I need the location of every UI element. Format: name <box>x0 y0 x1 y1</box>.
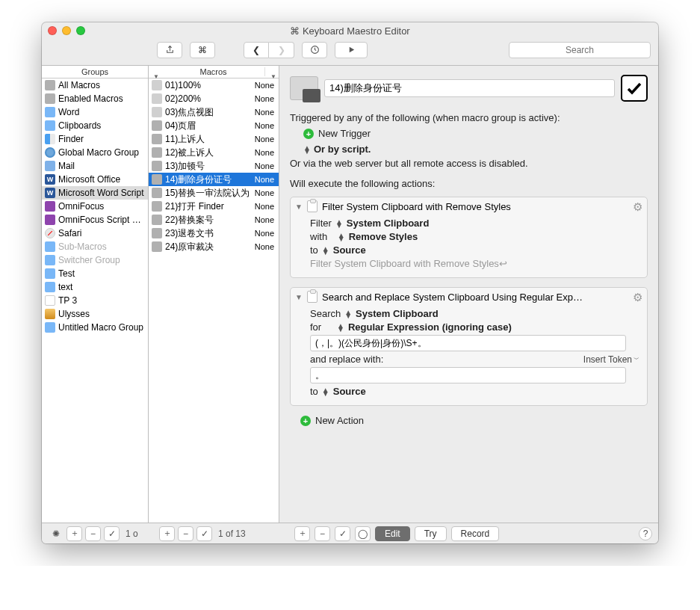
macro-label: 02)200% <box>165 93 252 104</box>
filter-target-stepper[interactable]: ▲▼ <box>335 220 343 227</box>
macro-item[interactable]: 12)被上诉人None <box>149 146 279 159</box>
mail-icon <box>45 161 55 171</box>
group-item[interactable]: All Macros <box>42 78 148 92</box>
insert-token-button[interactable]: Insert Token﹀ <box>583 354 639 365</box>
group-item[interactable]: Test <box>42 267 148 280</box>
macro-trigger: None <box>255 188 276 197</box>
macros-list[interactable]: 01)100%None02)200%None03)焦点视图None04)页眉No… <box>149 78 279 523</box>
group-item[interactable]: Mail <box>42 159 148 173</box>
group-item[interactable]: Microsoft Office <box>42 173 148 186</box>
groups-header[interactable]: Groups <box>42 67 148 76</box>
action-try-button[interactable]: ◯ <box>355 526 371 541</box>
group-item[interactable]: Word <box>42 105 148 119</box>
to2-value-stepper[interactable]: ▲▼ <box>322 388 329 395</box>
with-value[interactable]: Remove Styles <box>349 231 418 242</box>
main-body: Groups All MacrosEnabled MacrosWordClipb… <box>42 66 658 523</box>
add-action-label[interactable]: New Action <box>315 415 364 426</box>
with-value-stepper[interactable]: ▲▼ <box>338 233 345 241</box>
macro-item[interactable]: 03)焦点视图None <box>149 105 279 119</box>
close-window-button[interactable] <box>48 26 57 35</box>
add-trigger-icon[interactable]: + <box>303 129 314 139</box>
search-target-stepper[interactable]: ▲▼ <box>344 310 352 318</box>
share-button[interactable] <box>157 42 182 58</box>
groups-gear-button[interactable]: ✺ <box>48 526 64 541</box>
macros-header[interactable]: Macros <box>162 67 265 76</box>
search-field[interactable] <box>509 42 651 58</box>
script-stepper-icon[interactable]: ▲▼ <box>303 146 311 153</box>
macro-name-field[interactable] <box>324 79 615 97</box>
action-add-button[interactable]: ＋ <box>294 526 310 541</box>
group-item[interactable]: TP 3 <box>42 294 148 307</box>
group-item[interactable]: Switcher Group <box>42 253 148 267</box>
disclosure-icon[interactable]: ▼ <box>295 203 303 211</box>
group-item[interactable]: Enabled Macros <box>42 92 148 105</box>
search-target[interactable]: System Clipboard <box>356 308 439 319</box>
groups-list[interactable]: All MacrosEnabled MacrosWordClipboardsFi… <box>42 78 148 523</box>
group-label: Test <box>58 268 145 279</box>
macro-item[interactable]: 23)退卷文书None <box>149 227 279 240</box>
record-button[interactable]: Record <box>451 526 500 541</box>
macro-icon[interactable] <box>290 76 318 100</box>
regex-field[interactable] <box>310 335 626 351</box>
macro-enabled-checkbox[interactable] <box>621 75 648 102</box>
macro-item[interactable]: 24)原审裁决None <box>149 240 279 253</box>
groups-add-button[interactable]: ＋ <box>66 526 82 541</box>
action-filter-clipboard[interactable]: ⚙ ▼ Filter System Clipboard with Remove … <box>290 197 648 278</box>
replace-field[interactable] <box>310 367 626 383</box>
help-button[interactable]: ? <box>639 527 652 540</box>
group-item[interactable]: Finder <box>42 132 148 146</box>
add-action-icon[interactable]: + <box>300 416 311 426</box>
recent-button[interactable] <box>302 42 327 58</box>
zoom-window-button[interactable] <box>76 26 85 35</box>
groups-remove-button[interactable]: − <box>85 526 101 541</box>
macro-item[interactable]: 14)删除身份证号None <box>149 173 279 186</box>
macro-item[interactable]: 21)打开 FinderNone <box>149 200 279 213</box>
to2-value[interactable]: Source <box>333 386 366 397</box>
disclosure-icon[interactable]: ▼ <box>295 293 303 301</box>
run-button[interactable] <box>335 42 368 58</box>
action-search-replace[interactable]: ⚙ ▼ Search and Replace System Clipboard … <box>290 287 648 406</box>
filter-target[interactable]: System Clipboard <box>347 218 430 229</box>
groups-enable-button[interactable]: ✓ <box>104 526 120 541</box>
group-item[interactable]: OmniFocus Script Pa… <box>42 213 148 227</box>
group-item[interactable]: Ulysses <box>42 307 148 321</box>
macros-enable-button[interactable]: ✓ <box>196 526 212 541</box>
forward-button[interactable]: ❯ <box>269 42 294 58</box>
for-mode-stepper[interactable]: ▲▼ <box>337 324 344 331</box>
action-gear-icon[interactable]: ⚙ <box>633 291 642 304</box>
to-value[interactable]: Source <box>333 244 366 256</box>
for-mode[interactable]: Regular Expression (ignoring case) <box>348 321 512 333</box>
macro-item[interactable]: 11)上诉人None <box>149 132 279 146</box>
macros-add-button[interactable]: ＋ <box>159 526 175 541</box>
macro-item[interactable]: 22)替换案号None <box>149 213 279 227</box>
group-item[interactable]: Global Macro Group <box>42 146 148 159</box>
add-trigger-label[interactable]: New Trigger <box>318 128 371 139</box>
group-item[interactable]: Microsoft Word Script <box>42 186 148 200</box>
macro-item[interactable]: 13)加顿号None <box>149 159 279 173</box>
command-button[interactable]: ⌘ <box>190 42 215 58</box>
group-item[interactable]: text <box>42 280 148 294</box>
search-input[interactable] <box>514 45 645 55</box>
to-value-stepper[interactable]: ▲▼ <box>322 247 329 254</box>
action-gear-icon[interactable]: ⚙ <box>633 200 642 214</box>
group-item[interactable]: Sub-Macros <box>42 240 148 253</box>
macro-item[interactable]: 04)页眉None <box>149 119 279 132</box>
macro-label: 15)替换一审法院认为 <box>165 187 252 200</box>
macros-pane: Macros 01)100%None02)200%None03)焦点视图None… <box>149 66 279 523</box>
action-enable-button[interactable]: ✓ <box>335 526 350 541</box>
action-remove-button[interactable]: − <box>315 526 330 541</box>
group-item[interactable]: Safari <box>42 227 148 240</box>
group-item[interactable]: Clipboards <box>42 119 148 132</box>
titlebar: ⌘ Keyboard Maestro Editor <box>42 22 658 39</box>
group-item[interactable]: OmniFocus <box>42 200 148 213</box>
macro-item[interactable]: 15)替换一审法院认为None <box>149 186 279 200</box>
macros-remove-button[interactable]: − <box>178 526 193 541</box>
edit-button[interactable]: Edit <box>375 526 410 541</box>
back-button[interactable]: ❮ <box>244 42 269 58</box>
group-item[interactable]: Untitled Macro Group <box>42 321 148 334</box>
minimize-window-button[interactable] <box>62 26 71 35</box>
macro-item[interactable]: 01)100%None <box>149 78 279 92</box>
macro-item[interactable]: 02)200%None <box>149 92 279 105</box>
or-by-script-label[interactable]: Or by script. <box>314 144 371 155</box>
try-button[interactable]: Try <box>415 526 447 541</box>
